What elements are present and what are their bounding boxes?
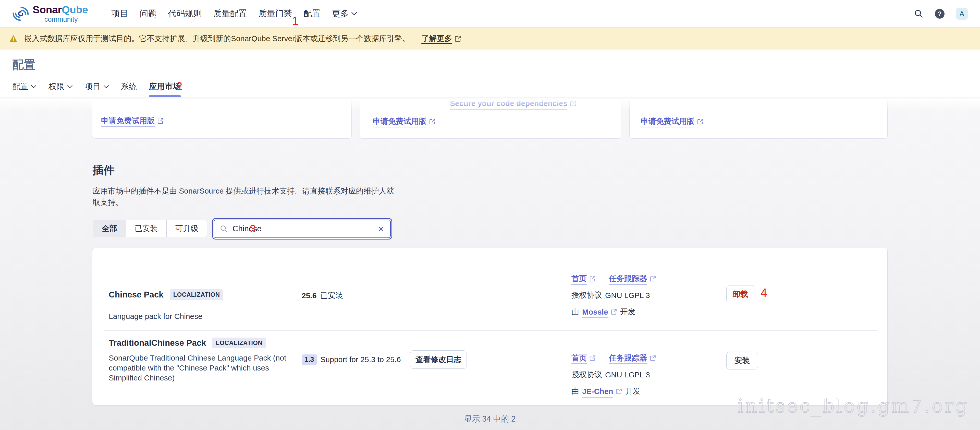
developed-by-prefix: 由 [571, 386, 579, 397]
sonarqube-logo[interactable]: SonarQube community [12, 5, 88, 23]
developer-label: JE-Chen [582, 387, 613, 396]
filter-all[interactable]: 全部 [93, 220, 126, 237]
free-trial-link-3[interactable]: 申请免费试用版 [641, 116, 703, 127]
plugins-notice: 应用市场中的插件不是由 SonarSource 提供或进行技术支持。请直接联系对… [93, 185, 395, 208]
external-link-icon [650, 355, 656, 361]
embedded-db-warning-banner: 嵌入式数据库应仅用于测试目的。它不支持扩展、升级到新的SonarQube Ser… [0, 27, 980, 49]
annotation-1: 1 [292, 15, 299, 27]
page-title: 配置 [12, 57, 35, 73]
external-link-icon [429, 118, 436, 125]
nav-item-issues[interactable]: 问题 [140, 8, 157, 19]
chevron-down-icon [352, 12, 357, 15]
clear-search-icon[interactable] [377, 225, 385, 233]
uninstall-button[interactable]: 卸载 [726, 285, 754, 303]
chevron-down-icon [67, 85, 73, 88]
plugin-version-status: 已安装 [320, 290, 343, 301]
promo-card-2: Secure your code dependencies 申请免费试用版 [360, 97, 621, 139]
banner-message: 嵌入式数据库应仅用于测试目的。它不支持扩展、升级到新的SonarQube Ser… [24, 33, 410, 44]
chevron-down-icon [31, 85, 36, 88]
free-trial-link-1[interactable]: 申请免费试用版 [101, 116, 164, 126]
plugin-name: TraditionalChinese Pack [109, 338, 206, 348]
plugin-name: Chinese Pack [109, 290, 164, 299]
free-trial-label: 申请免费试用版 [101, 116, 155, 126]
tab-projects-label: 项目 [85, 81, 100, 92]
content-container: 申请免费试用版 Secure your code dependencies 申请… [92, 97, 888, 430]
homepage-link[interactable]: 首页 [571, 274, 596, 284]
plugin-category-badge: LOCALIZATION [212, 338, 266, 348]
plugin-description: Language pack for Chinese [109, 311, 202, 321]
external-link-icon [589, 355, 596, 361]
top-navbar: SonarQube community 项目 问题 代码规则 质量配置 质量门禁… [0, 0, 980, 27]
tab-permissions-label: 权限 [48, 81, 64, 92]
brand-text: SonarQube community [33, 5, 88, 23]
license-value: GNU LGPL 3 [605, 371, 650, 379]
free-trial-link-2[interactable]: 申请免费试用版 [373, 116, 436, 127]
homepage-label: 首页 [571, 274, 587, 284]
plugin-version: 25.6 [302, 291, 317, 300]
external-link-icon [611, 309, 617, 315]
free-trial-label: 申请免费试用版 [373, 116, 426, 127]
sonarqube-logo-icon [12, 5, 29, 22]
external-link-icon [570, 100, 576, 107]
filter-installed[interactable]: 已安装 [126, 220, 166, 237]
plugins-heading: 插件 [93, 163, 115, 178]
nav-item-quality-profiles[interactable]: 质量配置 [213, 8, 247, 19]
tab-system[interactable]: 系统 [121, 81, 137, 95]
developed-by-prefix: 由 [571, 307, 579, 317]
nav-item-rules[interactable]: 代码规则 [168, 8, 202, 19]
homepage-label: 首页 [571, 353, 587, 363]
plugin-category-badge: LOCALIZATION [170, 289, 224, 300]
install-button[interactable]: 安装 [726, 352, 758, 369]
external-link-icon [650, 276, 656, 282]
avatar[interactable]: A [956, 8, 968, 20]
developed-by-suffix: 开发 [625, 386, 641, 397]
sonarqube-marketplace-page: SonarQube community 项目 问题 代码规则 质量配置 质量门禁… [0, 0, 980, 430]
license-prefix: 授权协议 [571, 369, 602, 380]
settings-header: 配置 配置 权限 项目 系统 应用市场 2 [0, 49, 980, 97]
main-nav: 项目 问题 代码规则 质量配置 质量门禁 配置 更多 [111, 0, 357, 27]
secure-dependencies-link[interactable]: Secure your code dependencies [450, 99, 576, 108]
tab-permissions[interactable]: 权限 [48, 81, 73, 95]
plugin-meta: 首页 任务跟踪器 授权协议 GNU LGPL 3 [571, 274, 656, 323]
issue-tracker-link[interactable]: 任务跟踪器 [609, 274, 656, 284]
warning-icon [9, 35, 18, 42]
external-link-icon [697, 118, 703, 125]
developer-link[interactable]: Mossle [582, 308, 617, 316]
tab-configuration[interactable]: 配置 [12, 81, 36, 95]
secure-dependencies-label: Secure your code dependencies [450, 99, 567, 108]
nav-item-administration[interactable]: 配置 [304, 8, 321, 19]
nav-item-projects[interactable]: 项目 [111, 8, 128, 19]
tab-projects[interactable]: 项目 [85, 81, 109, 95]
plugin-version-status: Support for 25.3 to 25.6 [321, 355, 401, 364]
license-value: GNU LGPL 3 [605, 291, 650, 300]
external-link-icon [157, 118, 164, 124]
annotation-3: 3 [250, 223, 256, 234]
nav-item-more-label: 更多 [332, 8, 349, 19]
nav-item-quality-gates[interactable]: 质量门禁 [259, 8, 292, 19]
developer-link[interactable]: JE-Chen [582, 387, 622, 396]
help-icon[interactable]: ? [935, 9, 945, 19]
plugin-count-summary: 显示 34 中的 2 [92, 414, 888, 424]
free-trial-label: 申请免费试用版 [641, 116, 694, 127]
tab-system-label: 系统 [121, 81, 137, 92]
plugin-search-box: 3 [212, 218, 392, 239]
search-icon[interactable] [914, 9, 923, 18]
changelog-button[interactable]: 查看修改日志 [410, 350, 467, 369]
brand-name-qube: Qube [62, 4, 88, 16]
brand-subtitle: community [33, 16, 88, 23]
plugin-row-chinese-pack: Chinese Pack LOCALIZATION Language pack … [92, 266, 888, 330]
settings-tabs: 配置 权限 项目 系统 应用市场 [12, 81, 181, 95]
plugin-search-input[interactable] [232, 224, 319, 233]
learn-more-label: 了解更多 [422, 33, 452, 44]
learn-more-link[interactable]: 了解更多 [422, 33, 461, 44]
promo-card-1: 申请免费试用版 [92, 97, 352, 139]
issue-tracker-label: 任务跟踪器 [609, 353, 647, 363]
plugin-search-inner: 3 [213, 220, 391, 238]
homepage-link[interactable]: 首页 [571, 353, 596, 363]
filter-upgradable[interactable]: 可升级 [166, 220, 207, 237]
chevron-down-icon [103, 85, 109, 88]
nav-item-more[interactable]: 更多 [332, 8, 357, 19]
issue-tracker-link[interactable]: 任务跟踪器 [609, 353, 656, 363]
promo-card-3: 申请免费试用版 [629, 97, 888, 139]
plugin-meta: 首页 任务跟踪器 授权协议 GNU LGPL 3 [571, 353, 656, 403]
